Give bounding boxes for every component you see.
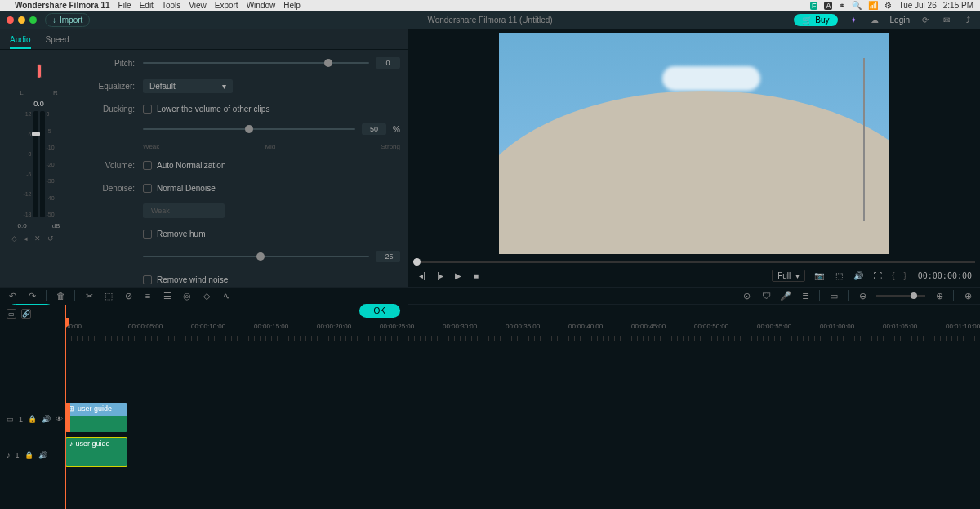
video-clip[interactable]: ⊞user guide (65, 403, 127, 432)
audio-tool-button[interactable]: ∿ (220, 290, 232, 301)
import-button[interactable]: ↓ Import (45, 13, 90, 27)
snapshot-button[interactable]: 📷 (813, 270, 825, 282)
menubar-time[interactable]: 2:15 PM (943, 1, 973, 10)
volume-icon[interactable]: 🔊 (853, 270, 864, 282)
menu-edit[interactable]: Edit (140, 1, 154, 10)
minimize-window-button[interactable] (18, 16, 25, 24)
keyframe-add-icon[interactable]: ◇ (11, 234, 17, 243)
track-eye-icon[interactable]: 👁 (56, 415, 63, 423)
mark-in-button[interactable]: ⬚ (833, 270, 844, 282)
mixer-button[interactable]: ≣ (800, 290, 811, 301)
split-button[interactable]: ✂ (83, 290, 95, 301)
playhead[interactable] (65, 305, 66, 509)
track-lock-icon[interactable]: 🔒 (28, 415, 37, 423)
audio-track-header[interactable]: ♪ 1 🔒 🔊 (0, 439, 65, 471)
timeline-layout-button[interactable]: ▭ (7, 309, 16, 319)
menu-app-name[interactable]: Wondershare Filmora 11 (15, 1, 110, 10)
crop-button[interactable]: ⬚ (103, 290, 114, 301)
delete-button[interactable]: 🗑 (55, 290, 66, 301)
track-mute-icon[interactable]: 🔊 (38, 451, 47, 459)
messages-icon[interactable]: ✉ (941, 14, 952, 25)
filmora-badge-icon[interactable]: F (810, 2, 818, 10)
redo-button[interactable]: ↷ (26, 290, 38, 301)
keyframe-button[interactable]: ◇ (201, 290, 212, 301)
zoom-fit-button[interactable]: ⊕ (962, 290, 973, 301)
hum-slider[interactable] (143, 256, 369, 257)
menu-help[interactable]: Help (283, 1, 301, 10)
menu-view[interactable]: View (189, 1, 207, 10)
wifi-icon[interactable]: 📶 (868, 1, 878, 10)
search-icon[interactable]: 🔍 (852, 1, 862, 10)
control-center-icon[interactable]: ⚙ (884, 1, 892, 10)
preview-viewport[interactable] (499, 33, 889, 254)
pitch-slider[interactable] (143, 62, 369, 64)
menu-window[interactable]: Window (247, 1, 276, 10)
ducking-slider[interactable] (143, 128, 355, 130)
undo-button[interactable]: ↶ (7, 290, 18, 301)
mic-button[interactable]: 🎤 (780, 290, 791, 301)
zoom-out-button[interactable]: ⊖ (857, 290, 868, 301)
fullscreen-button[interactable]: ⛶ (872, 270, 884, 282)
normal-denoise-checkbox[interactable] (143, 184, 152, 193)
fader-handle[interactable] (32, 132, 40, 136)
menubar-date[interactable]: Tue Jul 26 (898, 1, 936, 10)
tab-audio[interactable]: Audio (10, 32, 31, 49)
video-track-header[interactable]: ▭ 1 🔒 🔊 👁 (0, 403, 65, 435)
timeline-track-area[interactable]: 00:0000:00:05:0000:00:10:0000:00:15:0000… (65, 305, 980, 509)
zoom-slider[interactable] (876, 295, 925, 297)
adjust-button[interactable]: ☰ (162, 290, 173, 301)
remove-hum-checkbox[interactable] (143, 230, 152, 239)
timeline-link-button[interactable]: 🔗 (21, 309, 31, 319)
ducking-checkbox[interactable] (143, 105, 152, 114)
stop-button[interactable]: ■ (470, 270, 482, 282)
zoom-in-button[interactable]: ⊕ (933, 290, 945, 301)
volume-fader[interactable] (33, 111, 38, 217)
render-button[interactable]: ▭ (828, 290, 840, 301)
updates-icon[interactable]: ⟳ (920, 14, 931, 25)
track-mute-icon[interactable]: 🔊 (42, 415, 51, 423)
keyframe-delete-icon[interactable]: ✕ (34, 234, 41, 243)
cloud-icon[interactable]: ☁ (869, 14, 880, 25)
color-button[interactable]: ≡ (142, 290, 154, 301)
prev-frame-button[interactable]: ◂| (416, 270, 428, 282)
meter-scale-right: 0-5-10-20-30-40-50 (47, 111, 61, 217)
keyframe-prev-icon[interactable]: ◂ (24, 234, 28, 243)
hum-value[interactable]: -25 (376, 251, 400, 262)
scrubber-thumb[interactable] (413, 258, 421, 266)
tab-speed[interactable]: Speed (46, 32, 69, 49)
track-lock-icon[interactable]: 🔒 (24, 451, 33, 459)
menu-file[interactable]: File (118, 1, 131, 10)
timeline-ruler[interactable]: 00:0000:00:05:0000:00:10:0000:00:15:0000… (65, 323, 980, 337)
menu-tools[interactable]: Tools (162, 1, 180, 10)
speed-button[interactable]: ⊘ (122, 290, 134, 301)
keyframe-reset-icon[interactable]: ↺ (47, 234, 54, 243)
preview-scrubber[interactable] (413, 261, 975, 263)
bluetooth-icon[interactable]: ⚭ (839, 1, 845, 10)
maximize-window-button[interactable] (29, 16, 37, 24)
keyboard-language-icon[interactable]: A (824, 2, 832, 10)
marker-brackets: { } (892, 271, 909, 280)
remove-wind-checkbox[interactable] (143, 275, 152, 284)
denoise-strength[interactable]: Weak (143, 203, 225, 218)
buy-button[interactable]: 🛒 Buy (794, 14, 837, 26)
preview-quality-dropdown[interactable]: Full▾ (772, 270, 805, 282)
login-link[interactable]: Login (890, 16, 910, 25)
record-button[interactable]: ⊙ (741, 290, 752, 301)
equalizer-dropdown[interactable]: Default ▾ (143, 79, 233, 93)
ruler-mark: 00:00:10:00 (191, 323, 225, 330)
next-frame-button[interactable]: |▸ (434, 270, 446, 282)
pitch-value[interactable]: 0 (376, 57, 400, 69)
balance-knob[interactable] (37, 64, 42, 78)
effect-icon[interactable]: ✦ (848, 14, 859, 25)
close-window-button[interactable] (7, 16, 14, 24)
marker-button[interactable]: 🛡 (760, 290, 772, 301)
play-button[interactable]: ▶ (452, 270, 464, 282)
greenscreen-button[interactable]: ◎ (181, 290, 193, 301)
menu-export[interactable]: Export (215, 1, 238, 10)
preview-timecode: 00:00:00:00 (918, 271, 972, 280)
export-share-icon[interactable]: ⤴ (962, 14, 973, 25)
audio-clip[interactable]: ♪user guide (65, 437, 127, 467)
chevron-down-icon: ▾ (795, 271, 800, 280)
ducking-value[interactable]: 50 (362, 123, 386, 135)
auto-normalization-checkbox[interactable] (143, 161, 152, 170)
